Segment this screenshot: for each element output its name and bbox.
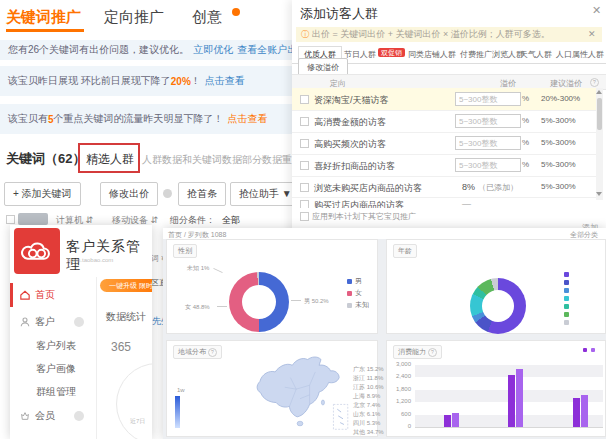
audience-row: 资深淘宝/天猫访客 % 20%-300%	[292, 88, 597, 111]
row-checkbox[interactable]	[300, 161, 309, 170]
legend-dot[interactable]	[564, 320, 569, 325]
region-rank-row: 山东 6.1%	[353, 410, 380, 419]
apply-to-plan-checkbox[interactable]: 应用到本计划下其它宝贝推广	[300, 211, 416, 222]
checkbox-icon[interactable]	[300, 212, 309, 221]
info-icon: ⓘ	[301, 29, 309, 40]
visualmap-bar[interactable]	[175, 396, 180, 428]
bar-legend-dot[interactable]	[583, 348, 587, 352]
audience-row: 高消费金额的访客 % 5%-300%	[292, 110, 597, 133]
china-map[interactable]	[237, 349, 363, 435]
region-rank-row: 四川 5.3%	[353, 419, 380, 428]
bar[interactable]	[573, 398, 580, 427]
bid-input[interactable]	[455, 158, 521, 172]
tab-keyword-promo[interactable]: 关键词推广	[6, 8, 81, 27]
screenshot-root: 关键词推广 定向推广 创意 您有26个关键词有出价问题，建议优化。 立即优化 查…	[0, 0, 606, 439]
region-rank-row: 江苏 10.6%	[353, 383, 384, 392]
tab-festival-audience[interactable]: 节日人群	[344, 49, 376, 60]
bid-value: —	[462, 199, 471, 208]
click-view-link[interactable]: 点击查看	[228, 112, 268, 126]
legend-dot[interactable]	[564, 272, 569, 277]
consume-panel-title: 消费能力?	[393, 345, 442, 359]
subtab-keywords[interactable]: 关键词（62）	[6, 150, 85, 168]
scrollbar[interactable]	[596, 88, 603, 200]
help-icon[interactable]: ?	[208, 348, 217, 357]
audience-name: 喜好折扣商品的访客	[314, 160, 395, 173]
row-checkbox[interactable]	[300, 139, 309, 148]
legend-item-female[interactable]: 女	[347, 288, 362, 298]
region-rank-row: 其他 34.7%	[353, 428, 384, 437]
bar[interactable]	[508, 375, 515, 427]
add-visitor-audience-dialog: 添加访客人群 ✕ ⓘ 出价 = 关键词出价 + 关键词出价 × 溢价比例；人群可…	[292, 0, 606, 236]
toggle-circle[interactable]	[74, 411, 84, 421]
tab-demographic-audience[interactable]: 人口属性人群	[556, 49, 604, 60]
legend-dot[interactable]	[564, 304, 569, 309]
help-icon[interactable]: ?	[590, 78, 599, 87]
row-checkbox[interactable]	[300, 200, 309, 208]
tab-paid-browse-audience[interactable]: 付费推广浏览人群	[460, 49, 524, 60]
bar-legend-dot[interactable]	[591, 348, 595, 352]
crm-subtitle: ecrm.taobao.com	[67, 257, 113, 263]
bid-input[interactable]	[455, 136, 521, 150]
sidebar-item-customer-list[interactable]: 客户列表	[10, 334, 122, 358]
sidebar-item-home[interactable]: 首页	[10, 283, 96, 307]
filter-value-all[interactable]: 全部	[222, 214, 240, 227]
callout-female: 女 48.8%	[185, 303, 210, 312]
gender-donut-chart	[229, 272, 289, 332]
select-all-checkbox[interactable]	[6, 215, 15, 224]
toggle-circle[interactable]	[74, 317, 84, 327]
scroll-up-arrow[interactable]	[596, 90, 602, 94]
legend-dot[interactable]	[564, 312, 569, 317]
legend-item-male[interactable]: 男	[347, 276, 362, 286]
bid-input[interactable]	[455, 114, 521, 128]
rank-helper-button[interactable]: 抢位助手 ▼	[230, 182, 301, 206]
modify-bid-button[interactable]: 修改出价	[100, 182, 158, 206]
home-icon	[20, 290, 30, 300]
audience-row: 喜好折扣商品的访客 % 5%-300%	[292, 154, 597, 177]
bar[interactable]	[581, 395, 588, 427]
close-icon[interactable]: ✕	[588, 29, 596, 39]
legend-item-unknown[interactable]: 未知	[347, 300, 369, 310]
scroll-down-arrow[interactable]	[596, 192, 602, 196]
legend-dot[interactable]	[564, 280, 569, 285]
help-icon[interactable]: ?	[428, 348, 437, 357]
click-view-link[interactable]: 点击查看	[205, 74, 245, 88]
close-icon[interactable]: ✕	[592, 4, 601, 17]
crm-window: 客户关系管理 ecrm.taobao.com 一键升级 限时 首页 客户 客户列…	[10, 225, 152, 439]
bid-added-note: （已添加）	[478, 182, 518, 193]
age-donut-chart	[470, 278, 526, 334]
sidebar-item-group-management[interactable]: 群组管理	[10, 380, 122, 404]
tab-similar-shop-audience[interactable]: 同类店铺人群	[408, 49, 456, 60]
audience-name: 高消费金额的访客	[314, 116, 386, 129]
row-checkbox[interactable]	[300, 117, 309, 126]
bar[interactable]	[444, 415, 451, 427]
callout-line	[213, 268, 222, 273]
region-rank-row: 浙江 11.8%	[353, 374, 383, 383]
optimize-now-link[interactable]: 立即优化	[193, 43, 233, 57]
sidebar-item-customers[interactable]: 客户	[10, 310, 96, 334]
bid-input[interactable]	[455, 92, 521, 106]
scroll-thumb[interactable]	[597, 98, 602, 130]
grab-first-button[interactable]: 抢首条	[178, 182, 226, 206]
sidebar-item-members[interactable]: 会员	[10, 404, 96, 428]
sidebar-item-customer-profile[interactable]: 客户画像	[10, 357, 122, 381]
notice-impression-drop: 该宝贝昨日展现 环比前日展现下降了 20% ！ 点击查看	[0, 66, 310, 96]
tab-creative[interactable]: 创意	[192, 8, 222, 27]
gear-icon[interactable]	[163, 189, 172, 198]
y-tick: 2,400	[387, 373, 411, 379]
stats-section-title: 数据统计	[106, 310, 146, 324]
audience-row: 浏览未购买店内商品的访客 8% （已添加） 5%-300%	[292, 176, 597, 198]
subtab-note: 人群数据和关键词数据部分数据重合	[142, 153, 302, 167]
percent-sign: %	[522, 160, 529, 169]
bar[interactable]	[452, 413, 459, 428]
legend-dot[interactable]	[564, 296, 569, 301]
tab-targeting-promo[interactable]: 定向推广	[104, 8, 164, 27]
row-checkbox[interactable]	[300, 183, 309, 192]
bar[interactable]	[516, 369, 523, 427]
audience-row: 购买过店内商品的访客 —	[292, 197, 597, 208]
legend-dot[interactable]	[564, 288, 569, 293]
add-keyword-button[interactable]: + 添加关键词	[4, 182, 81, 206]
stat-number: 365	[111, 340, 131, 354]
row-checkbox[interactable]	[300, 95, 309, 104]
tab-weather-audience[interactable]: 天气人群	[520, 49, 552, 60]
one-click-upgrade-button[interactable]: 一键升级 限时	[100, 279, 152, 292]
